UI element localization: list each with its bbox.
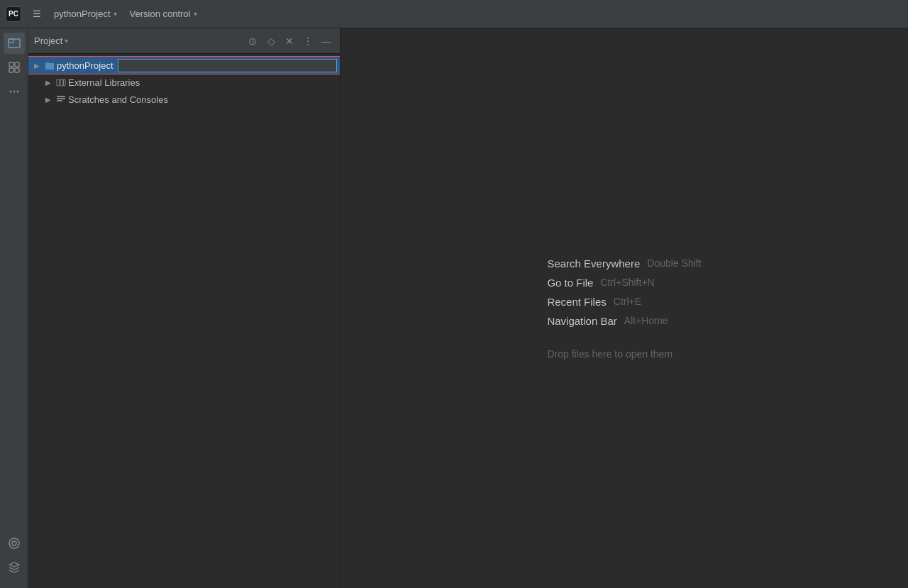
project-menu-chevron: ▾: [114, 10, 117, 18]
svg-rect-14: [57, 96, 65, 97]
tree-item-pythonproject[interactable]: ▶ pythonProject: [28, 57, 340, 74]
project-tree: ▶ pythonProject ▶: [28, 54, 340, 588]
sidebar-structure-icon[interactable]: [4, 57, 25, 78]
expand-button[interactable]: ◇: [263, 33, 279, 49]
svg-rect-12: [60, 79, 63, 86]
svg-rect-1: [9, 39, 20, 48]
project-menu[interactable]: pythonProject ▾: [48, 6, 123, 21]
libraries-icon: [55, 77, 67, 88]
tree-arrow-external: ▶: [43, 77, 54, 88]
svg-rect-16: [57, 100, 62, 101]
sidebar-layers-icon[interactable]: [4, 557, 25, 578]
title-bar-menu: ☰ pythonProject ▾ Version control ▾: [27, 6, 203, 21]
panel-header: Project ▾ ⊙ ◇ ✕ ⋮ —: [28, 28, 340, 54]
svg-rect-2: [9, 62, 13, 67]
go-to-file-shortcut: Ctrl+Shift+N: [600, 277, 654, 288]
hamburger-menu[interactable]: ☰: [27, 6, 47, 21]
svg-point-6: [9, 91, 11, 93]
tree-item-external-libraries[interactable]: ▶ External Libraries: [28, 74, 340, 91]
app-logo: PC: [6, 6, 21, 22]
svg-rect-4: [9, 68, 13, 72]
drop-files-hint: Drop files here to open them: [547, 348, 672, 360]
title-bar: PC ☰ pythonProject ▾ Version control ▾: [0, 0, 908, 28]
tree-arrow-pythonproject: ▶: [31, 60, 43, 71]
tree-arrow-scratches: ▶: [43, 94, 54, 105]
editor-hints: Search Everywhere Double Shift Go to Fil…: [547, 257, 701, 360]
sidebar-more-icon[interactable]: [4, 81, 25, 102]
svg-rect-13: [64, 79, 66, 86]
panel-title: Project ▾: [34, 35, 242, 46]
locate-button[interactable]: ⊙: [245, 33, 260, 49]
minimize-button[interactable]: —: [319, 33, 334, 49]
close-button[interactable]: ✕: [282, 33, 297, 49]
sidebar-bottom-icons: [4, 533, 25, 584]
recent-files-action: Recent Files: [547, 296, 606, 308]
svg-rect-5: [15, 68, 19, 72]
panel-actions: ⊙ ◇ ✕ ⋮ —: [245, 33, 334, 49]
version-control-menu[interactable]: Version control ▾: [124, 6, 203, 21]
svg-rect-3: [15, 62, 19, 67]
external-libraries-label: External Libraries: [68, 77, 140, 88]
sidebar-project-icon[interactable]: [4, 33, 25, 54]
scratches-icon: [55, 94, 67, 105]
version-control-chevron: ▾: [194, 10, 197, 18]
recent-files-shortcut: Ctrl+E: [614, 296, 641, 307]
panel-title-chevron: ▾: [65, 37, 68, 45]
drop-hint-row: Drop files here to open them: [547, 343, 672, 360]
navigation-bar-shortcut: Alt+Home: [624, 315, 668, 326]
go-to-file-hint: Go to File Ctrl+Shift+N: [547, 277, 654, 289]
tree-item-scratches[interactable]: ▶ Scratches and Consoles: [28, 91, 340, 108]
navigation-bar-hint: Navigation Bar Alt+Home: [547, 315, 668, 327]
editor-area: Search Everywhere Double Shift Go to Fil…: [340, 28, 908, 588]
go-to-file-action: Go to File: [547, 277, 593, 289]
svg-point-7: [13, 91, 15, 93]
navigation-bar-action: Navigation Bar: [547, 315, 616, 327]
left-icon-sidebar: [0, 28, 28, 588]
svg-point-9: [9, 538, 19, 548]
main-area: Project ▾ ⊙ ◇ ✕ ⋮ — ▶ pythonProject: [0, 28, 908, 588]
project-panel: Project ▾ ⊙ ◇ ✕ ⋮ — ▶ pythonProject: [28, 28, 340, 588]
search-everywhere-hint: Search Everywhere Double Shift: [547, 257, 701, 270]
search-everywhere-action: Search Everywhere: [547, 257, 640, 270]
options-button[interactable]: ⋮: [300, 33, 316, 49]
svg-point-10: [12, 541, 16, 545]
search-everywhere-shortcut: Double Shift: [647, 257, 701, 269]
rename-input[interactable]: [118, 59, 338, 72]
folder-icon-pythonproject: [44, 60, 55, 71]
scratches-label: Scratches and Consoles: [68, 94, 168, 105]
svg-rect-15: [57, 98, 65, 99]
sidebar-plugins-icon[interactable]: [4, 533, 25, 554]
sidebar-top-icons: [4, 33, 25, 530]
svg-rect-11: [57, 79, 60, 86]
svg-point-8: [16, 91, 18, 93]
pythonproject-label: pythonProject: [57, 60, 114, 71]
recent-files-hint: Recent Files Ctrl+E: [547, 296, 641, 308]
